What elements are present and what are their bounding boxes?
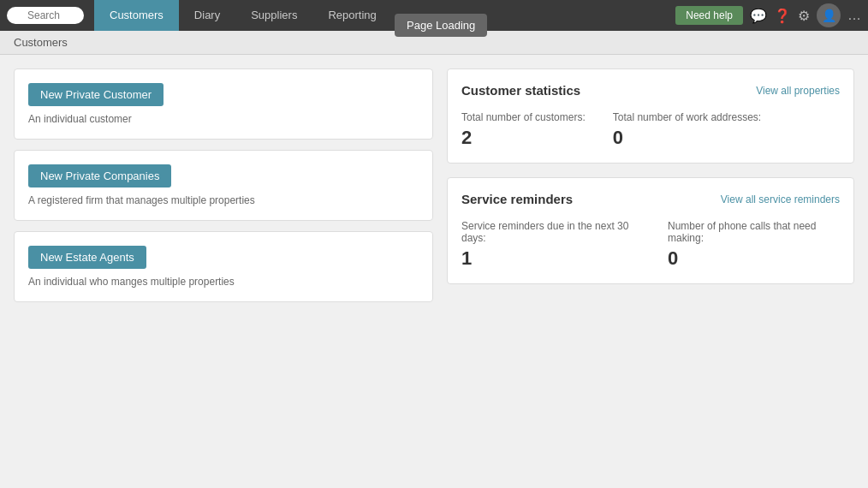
breadcrumb: Customers [0, 31, 868, 55]
customer-statistics-card: Customer statistics View all properties … [447, 68, 854, 164]
phone-calls-label: Number of phone calls that need making: [668, 220, 840, 244]
new-estate-agents-card: New Estate Agents An individual who mang… [14, 231, 433, 302]
new-estate-agents-button[interactable]: New Estate Agents [28, 246, 146, 269]
reminders-due-label: Service reminders due in the next 30 day… [461, 220, 640, 244]
new-private-companies-description: A registered firm that manages multiple … [28, 194, 419, 206]
new-private-customer-card: New Private Customer An individual custo… [14, 68, 433, 140]
view-all-service-reminders-link[interactable]: View all service reminders [721, 193, 840, 205]
nav-right: Need help 💬 ❓ ⚙ 👤 … [675, 3, 861, 27]
comment-icon[interactable]: 💬 [750, 8, 767, 24]
total-work-addresses-value: 0 [613, 127, 761, 149]
new-private-customer-button[interactable]: New Private Customer [28, 83, 163, 106]
service-reminders-title: Service reminders [461, 192, 573, 206]
right-panel: Customer statistics View all properties … [447, 68, 854, 284]
service-reminders-header: Service reminders View all service remin… [461, 192, 840, 206]
new-private-customer-description: An individual customer [28, 113, 419, 125]
search-input[interactable] [7, 7, 84, 24]
nav-items: Customers Diary Suppliers Reporting [94, 0, 675, 31]
service-reminders-card: Service reminders View all service remin… [447, 177, 854, 284]
new-private-companies-card: New Private Companies A registered firm … [14, 150, 433, 221]
nav-item-diary[interactable]: Diary [179, 0, 235, 31]
left-panel: New Private Customer An individual custo… [14, 68, 433, 302]
new-estate-agents-description: An individual who manges multiple proper… [28, 276, 419, 288]
total-customers-stat: Total number of customers: 2 [461, 111, 586, 149]
customer-statistics-grid: Total number of customers: 2 Total numbe… [461, 111, 840, 149]
customer-statistics-header: Customer statistics View all properties [461, 83, 840, 98]
main-content: New Private Customer An individual custo… [0, 55, 868, 316]
total-work-addresses-stat: Total number of work addresses: 0 [613, 111, 761, 149]
view-all-properties-link[interactable]: View all properties [756, 85, 840, 97]
nav-item-suppliers[interactable]: Suppliers [235, 0, 312, 31]
total-work-addresses-label: Total number of work addresses: [613, 111, 761, 123]
search-wrapper: 🔍 [7, 7, 84, 24]
nav-item-reporting[interactable]: Reporting [312, 0, 391, 31]
help-icon[interactable]: ❓ [774, 8, 791, 24]
settings-icon[interactable]: ⚙ [798, 8, 810, 24]
phone-calls-stat: Number of phone calls that need making: … [668, 220, 840, 270]
service-reminders-grid: Service reminders due in the next 30 day… [461, 220, 840, 270]
customer-statistics-title: Customer statistics [461, 83, 580, 98]
total-customers-value: 2 [461, 127, 586, 149]
new-private-companies-button[interactable]: New Private Companies [28, 164, 171, 187]
reminders-due-stat: Service reminders due in the next 30 day… [461, 220, 640, 270]
nav-item-customers[interactable]: Customers [94, 0, 179, 31]
more-icon[interactable]: … [847, 8, 861, 23]
phone-calls-value: 0 [668, 247, 840, 270]
user-avatar[interactable]: 👤 [817, 3, 841, 27]
reminders-due-value: 1 [461, 247, 640, 270]
navbar: 🔍 Customers Diary Suppliers Reporting Ne… [0, 0, 868, 31]
total-customers-label: Total number of customers: [461, 111, 586, 123]
need-help-button[interactable]: Need help [675, 6, 743, 25]
